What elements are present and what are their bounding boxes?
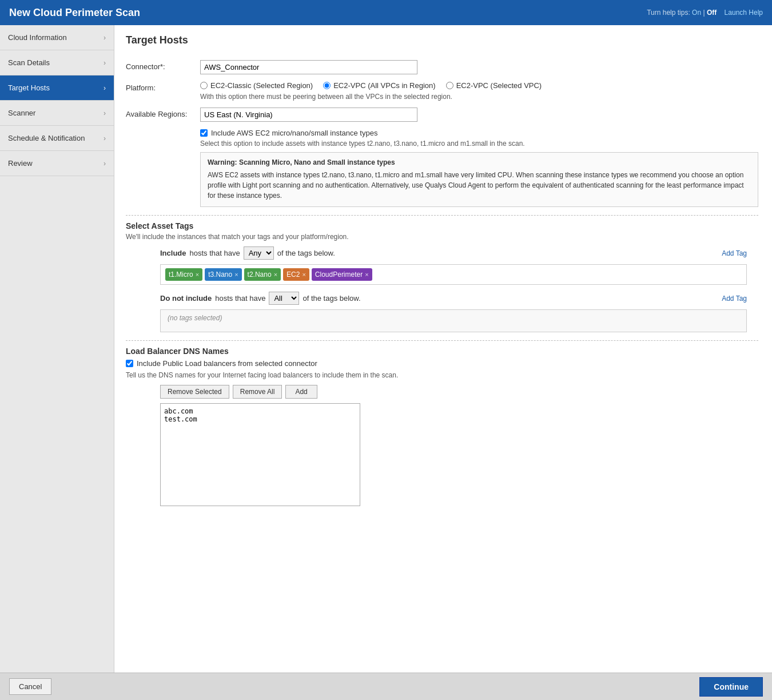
sidebar-item-label-cloud-information: Cloud Information	[8, 33, 67, 42]
include-tags-container: t1.Micro × t3.Nano × t2.Nano × EC2 × Clo…	[160, 264, 747, 285]
sidebar-item-cloud-information[interactable]: Cloud Information›	[0, 25, 114, 50]
include-prefix: Include	[160, 249, 186, 257]
warning-title: Warning: Scanning Micro, Nano and Small …	[208, 158, 751, 166]
sidebar-item-label-scan-details: Scan Details	[8, 58, 50, 67]
platform-ec2-vpc-all-label: EC2-VPC (All VPCs in Region)	[333, 81, 435, 90]
content-area: Target Hosts Connector*: Platform: EC2-C…	[114, 25, 772, 673]
sidebar-item-label-schedule-notification: Schedule & Notification	[8, 134, 85, 142]
tag-chip-t2nano-label: t2.Nano	[248, 271, 272, 279]
lb-title: Load Balancer DNS Names	[126, 347, 758, 356]
tag-chip-ec2-label: EC2	[286, 271, 300, 279]
sidebar-item-target-hosts[interactable]: Target Hosts›	[0, 75, 114, 101]
lb-checkbox-label: Include Public Load balancers from selec…	[137, 359, 317, 368]
exclude-all-select[interactable]: All Any	[269, 292, 299, 305]
help-sep: |	[703, 9, 705, 17]
platform-ec2-vpc-selected[interactable]: EC2-VPC (Selected VPC)	[446, 81, 542, 90]
sidebar-chevron-target-hosts: ›	[104, 84, 106, 92]
tag-chip-t2nano-remove[interactable]: ×	[274, 271, 277, 278]
app-header: New Cloud Perimeter Scan Turn help tips:…	[0, 0, 772, 25]
help-space	[719, 9, 723, 17]
lb-divider	[126, 340, 758, 341]
sidebar-item-review[interactable]: Review›	[0, 151, 114, 176]
remove-all-button[interactable]: Remove All	[233, 385, 282, 399]
exclude-prefix: Do not include	[160, 294, 212, 303]
sidebar-chevron-scanner: ›	[104, 109, 106, 117]
asset-tags-title: Select Asset Tags	[126, 221, 758, 230]
lb-checkbox[interactable]	[126, 360, 133, 367]
help-controls: Turn help tips: On | Off Launch Help	[647, 9, 763, 17]
asset-tags-note: We'll include the instances that match y…	[126, 233, 758, 241]
regions-row: Available Regions:	[126, 108, 758, 122]
platform-ec2-vpc-selected-label: EC2-VPC (Selected VPC)	[456, 81, 542, 90]
no-tags-text: (no tags selected)	[165, 312, 224, 324]
sidebar-item-scan-details[interactable]: Scan Details›	[0, 50, 114, 75]
lb-section: Include Public Load balancers from selec…	[126, 359, 758, 506]
warning-box: Warning: Scanning Micro, Nano and Small …	[200, 152, 758, 207]
lb-note: Tell us the DNS names for your Internet …	[126, 371, 758, 379]
cancel-button[interactable]: Cancel	[9, 678, 51, 695]
regions-value	[200, 108, 758, 122]
footer: Cancel Continue	[0, 673, 772, 700]
platform-radio-group: EC2-Classic (Selected Region) EC2-VPC (A…	[200, 81, 758, 90]
platform-ec2-vpc-all-radio[interactable]	[323, 82, 331, 89]
platform-label: Platform:	[126, 81, 200, 92]
sidebar-item-label-scanner: Scanner	[8, 109, 35, 117]
platform-ec2-vpc-selected-radio[interactable]	[446, 82, 453, 89]
include-checkbox[interactable]	[200, 129, 208, 137]
sidebar-chevron-scan-details: ›	[104, 59, 106, 67]
regions-input[interactable]	[200, 108, 417, 122]
tag-chip-t3nano-label: t3.Nano	[208, 271, 232, 279]
include-checkbox-label: Include AWS EC2 micro/nano/small instanc…	[211, 129, 377, 137]
platform-row: Platform: EC2-Classic (Selected Region) …	[126, 81, 758, 101]
lb-buttons: Remove Selected Remove All Add	[160, 385, 758, 399]
help-on-link[interactable]: On	[692, 9, 701, 17]
tag-chip-cloudperimeter-remove[interactable]: ×	[365, 271, 368, 278]
help-off-link[interactable]: Off	[707, 9, 717, 17]
sidebar-item-label-review: Review	[8, 159, 33, 168]
platform-ec2-vpc-all[interactable]: EC2-VPC (All VPCs in Region)	[323, 81, 435, 90]
app-title: New Cloud Perimeter Scan	[9, 7, 140, 19]
tag-chip-t2nano: t2.Nano ×	[244, 268, 281, 281]
sidebar-chevron-review: ›	[104, 160, 106, 168]
add-tag-exclude-link[interactable]: Add Tag	[722, 295, 747, 303]
tag-chip-t1micro-remove[interactable]: ×	[196, 271, 199, 278]
tag-chip-t1micro: t1.Micro ×	[165, 268, 202, 281]
main-layout: Cloud Information›Scan Details›Target Ho…	[0, 25, 772, 673]
launch-help-link[interactable]: Launch Help	[725, 9, 763, 17]
include-note: Select this option to include assets wit…	[200, 140, 758, 148]
platform-note: With this option there must be peering b…	[200, 93, 758, 101]
sidebar-chevron-cloud-information: ›	[104, 34, 106, 42]
platform-ec2-classic[interactable]: EC2-Classic (Selected Region)	[200, 81, 313, 90]
tag-chip-t3nano-remove[interactable]: ×	[234, 271, 238, 278]
regions-label: Available Regions:	[126, 108, 200, 118]
sidebar-item-scanner[interactable]: Scanner›	[0, 101, 114, 126]
include-mid: hosts that have	[190, 249, 240, 257]
tag-chip-ec2-remove[interactable]: ×	[302, 271, 305, 278]
continue-button[interactable]: Continue	[699, 677, 763, 697]
include-filter-row: Include hosts that have Any All of the t…	[126, 246, 758, 260]
sidebar-chevron-schedule-notification: ›	[104, 134, 106, 142]
add-button[interactable]: Add	[285, 385, 317, 399]
include-checkbox-section: Include AWS EC2 micro/nano/small instanc…	[200, 129, 758, 207]
add-tag-include-link[interactable]: Add Tag	[722, 249, 747, 257]
tag-chip-cloudperimeter: CloudPerimeter ×	[312, 268, 372, 281]
tag-chip-t1micro-label: t1.Micro	[169, 271, 193, 279]
remove-selected-button[interactable]: Remove Selected	[160, 385, 229, 399]
include-any-select[interactable]: Any All	[244, 246, 274, 260]
platform-ec2-classic-radio[interactable]	[200, 82, 208, 89]
platform-ec2-classic-label: EC2-Classic (Selected Region)	[210, 81, 313, 90]
help-tips-label: Turn help tips:	[647, 9, 690, 17]
connector-input[interactable]	[200, 60, 417, 74]
content-scroll[interactable]: Target Hosts Connector*: Platform: EC2-C…	[114, 25, 772, 673]
sidebar: Cloud Information›Scan Details›Target Ho…	[0, 25, 114, 673]
asset-tags-divider	[126, 215, 758, 216]
tag-chip-t3nano: t3.Nano ×	[205, 268, 241, 281]
lb-checkbox-row: Include Public Load balancers from selec…	[126, 359, 758, 368]
lb-textarea[interactable]: abc.com test.com	[160, 403, 360, 506]
sidebar-item-schedule-notification[interactable]: Schedule & Notification›	[0, 126, 114, 151]
connector-value	[200, 60, 758, 74]
exclude-filter-row: Do not include hosts that have All Any o…	[126, 292, 758, 305]
exclude-suffix: of the tags below.	[303, 294, 360, 303]
exclude-mid: hosts that have	[215, 294, 265, 303]
tag-chip-ec2: EC2 ×	[283, 268, 309, 281]
